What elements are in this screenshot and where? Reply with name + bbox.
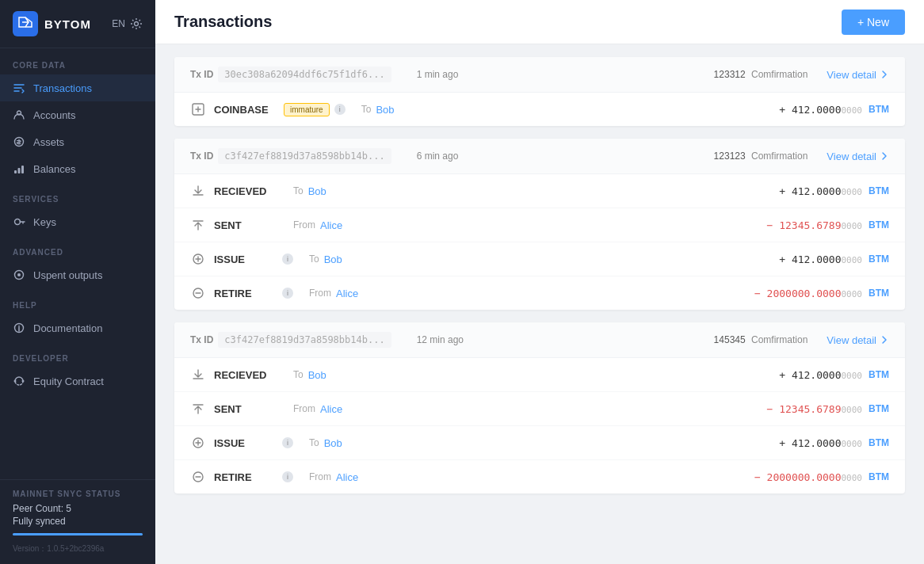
tx-recipient-name[interactable]: Bob: [376, 104, 394, 116]
svg-rect-0: [13, 11, 38, 36]
sidebar-item-equity[interactable]: Equity Contract: [0, 368, 155, 394]
info-icon[interactable]: i: [334, 104, 346, 115]
info-icon[interactable]: i: [282, 437, 293, 448]
section-services: SERVICES: [0, 182, 155, 208]
sidebar-logo: BYTOM EN: [0, 0, 155, 48]
tx-type-issue: ISSUE: [214, 437, 277, 449]
tx-currency: BTM: [869, 369, 889, 380]
tx-card-2: Tx ID c3f427ef8819d37a8598bb14b... 12 mi…: [174, 322, 905, 494]
svg-point-13: [22, 380, 25, 383]
sync-progress-bg: [13, 533, 143, 535]
tx-confirmation-0: 123312 Comfirmation: [714, 69, 808, 80]
tx-amount: + 412.00000000: [779, 253, 862, 265]
received-icon: [190, 183, 206, 199]
tx-type-sent: SENT: [214, 403, 277, 415]
tx-amount: + 412.00000000: [779, 185, 862, 197]
svg-rect-6: [18, 168, 21, 173]
tx-row: RECIEVED To Bob + 412.00000000 BTM: [174, 174, 905, 208]
tx-view-detail-2[interactable]: View detail: [827, 334, 889, 346]
sidebar-item-transactions[interactable]: Transactions: [0, 74, 155, 101]
lang-label[interactable]: EN: [112, 18, 125, 29]
tx-confirm-label-0: Comfirmation: [751, 69, 808, 80]
tx-currency: BTM: [869, 288, 889, 299]
tx-currency: BTM: [869, 403, 889, 414]
coinbase-icon: [190, 101, 206, 117]
sidebar: BYTOM EN CORE DATA Transactions Accounts…: [0, 0, 155, 564]
tx-time-1: 6 min ago: [417, 151, 459, 162]
tx-view-detail-0[interactable]: View detail: [827, 69, 889, 81]
chevron-right-icon: [880, 335, 889, 345]
sidebar-item-balances[interactable]: Balances: [0, 155, 155, 182]
info-icon[interactable]: i: [282, 288, 293, 299]
tx-id-value-1: c3f427ef8819d37a8598bb14b...: [218, 148, 391, 164]
tx-amount: − 2000000.00000000: [754, 471, 862, 483]
info-icon[interactable]: i: [282, 471, 293, 482]
tx-header-0: Tx ID 30ec308a62094ddf6c75f1df6... 1 min…: [174, 57, 905, 93]
info-icon[interactable]: i: [282, 253, 293, 265]
lang-settings: EN: [112, 17, 143, 30]
sidebar-item-accounts-label: Accounts: [33, 109, 75, 121]
tx-view-detail-1[interactable]: View detail: [827, 151, 889, 162]
tx-currency: BTM: [869, 219, 889, 231]
page-title: Transactions: [174, 13, 272, 31]
received-icon: [190, 367, 206, 383]
tx-direction: From: [293, 403, 315, 414]
unspent-icon: [13, 269, 25, 281]
tx-id-value-2: c3f427ef8819d37a8598bb14b...: [218, 332, 391, 348]
section-developer: DEVELOPER: [0, 341, 155, 368]
new-button[interactable]: + New: [842, 10, 905, 35]
sidebar-item-docs-label: Documentation: [33, 322, 102, 334]
sidebar-item-accounts[interactable]: Accounts: [0, 101, 155, 128]
tx-confirm-num-0: 123312: [714, 69, 746, 80]
settings-icon[interactable]: [130, 17, 143, 30]
tx-direction: To: [309, 437, 319, 448]
svg-point-10: [17, 273, 21, 276]
tx-currency: BTM: [869, 471, 889, 482]
tx-sender-alice[interactable]: Alice: [320, 403, 342, 415]
tx-direction: From: [309, 471, 331, 482]
sidebar-item-keys[interactable]: Keys: [0, 208, 155, 235]
tx-currency: BTM: [869, 104, 889, 115]
tx-sender-alice[interactable]: Alice: [320, 219, 342, 231]
tx-amount: − 12345.67890000: [767, 403, 862, 415]
tx-id-label-1: Tx ID: [190, 151, 213, 162]
tx-confirmation-2: 145345 Comfirmation: [714, 334, 808, 345]
assets-icon: [13, 135, 25, 148]
sidebar-item-unspent[interactable]: Uspent outputs: [0, 261, 155, 288]
section-core-data: CORE DATA: [0, 48, 155, 74]
tx-direction: To: [293, 185, 304, 196]
tx-type-sent: SENT: [214, 219, 277, 231]
sidebar-item-assets[interactable]: Assets: [0, 128, 155, 155]
tx-card-1: Tx ID c3f427ef8819d37a8598bb14b... 6 min…: [174, 139, 905, 310]
tx-recipient-bob[interactable]: Bob: [324, 437, 342, 449]
tx-row: ISSUE i To Bob + 412.00000000 BTM: [174, 426, 905, 460]
top-bar: Transactions + New: [155, 0, 924, 44]
docs-icon: [13, 322, 25, 334]
section-advanced: ADVANCED: [0, 235, 155, 261]
tx-currency: BTM: [869, 185, 889, 196]
sync-status-section: MAINNET SNYC STATUS Peer Count: 5 Fully …: [0, 479, 155, 564]
tx-direction: To: [361, 104, 372, 115]
tx-type-retire: RETIRE: [214, 471, 277, 483]
tx-header-1: Tx ID c3f427ef8819d37a8598bb14b... 6 min…: [174, 139, 905, 174]
sidebar-item-transactions-label: Transactions: [33, 82, 92, 94]
tx-sender-alice[interactable]: Alice: [336, 288, 358, 299]
logo-text: BYTOM: [44, 17, 91, 31]
issue-icon: [190, 435, 206, 451]
tx-row: COINBASE immature i To Bob + 412.0000000…: [174, 93, 905, 126]
tx-sender-alice[interactable]: Alice: [336, 471, 358, 483]
sidebar-item-docs[interactable]: Documentation: [0, 314, 155, 341]
tx-direction: From: [309, 288, 331, 299]
main-content: Transactions + New Tx ID 30ec308a62094dd…: [155, 0, 924, 564]
tx-id-label-0: Tx ID: [190, 69, 213, 80]
tx-currency: BTM: [869, 437, 889, 448]
tx-amount: − 2000000.00000000: [754, 288, 862, 299]
tx-row: RETIRE i From Alice − 2000000.00000000 B…: [174, 460, 905, 494]
tx-recipient-bob[interactable]: Bob: [308, 369, 326, 381]
tx-type-received: RECIEVED: [214, 185, 277, 197]
tx-recipient-bob[interactable]: Bob: [324, 253, 342, 265]
tx-badge-immature: immature: [284, 103, 330, 116]
tx-recipient-bob[interactable]: Bob: [308, 185, 326, 197]
svg-rect-7: [21, 166, 24, 173]
tx-type-issue: ISSUE: [214, 253, 277, 265]
